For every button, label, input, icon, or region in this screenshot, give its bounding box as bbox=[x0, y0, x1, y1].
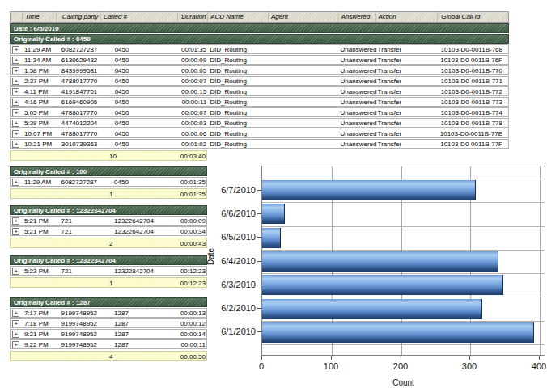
header-cell-called[interactable]: Called # bbox=[100, 12, 178, 22]
summary-spacer bbox=[11, 189, 22, 198]
table-row: +9:22 PM9199748952128700:00:11 bbox=[10, 339, 207, 349]
cell-called: 0450 bbox=[100, 140, 178, 148]
group-table: Originally Called # : 12322842704+5:23 P… bbox=[10, 255, 207, 288]
header-cell-calling[interactable]: Calling party # bbox=[56, 12, 100, 22]
cell-duration: 00:00:11 bbox=[177, 98, 207, 106]
table-row: +4:11 PM4191847701045000:00:15DID_Routin… bbox=[10, 86, 509, 96]
cell-calling: 9199748952 bbox=[56, 309, 100, 317]
group-table: Originally Called # : 1287+7:17 PM919974… bbox=[10, 297, 207, 361]
header-cell-acd[interactable]: ACD Name bbox=[207, 12, 268, 22]
cell-duration: 00:00:03 bbox=[177, 119, 207, 127]
chart-x-tick bbox=[401, 356, 401, 360]
chart-hgridline bbox=[262, 273, 545, 274]
cell-calling: 721 bbox=[56, 227, 100, 235]
cell-answered: Unanswered bbox=[338, 98, 375, 106]
cell-time: 2:37 PM bbox=[22, 77, 56, 85]
table-row: +5:23 PM7211232284270400:12:23 bbox=[10, 266, 207, 276]
group-header: Originally Called # : 12322642704 bbox=[10, 205, 207, 215]
cell-agent bbox=[268, 119, 338, 127]
expand-row-button[interactable]: + bbox=[12, 310, 19, 317]
expand-row-button[interactable]: + bbox=[12, 88, 19, 95]
cell-acd: DID_Routing bbox=[207, 119, 268, 127]
expand-cell: + bbox=[11, 217, 22, 225]
cell-called: 0450 bbox=[100, 129, 178, 137]
chart-x-tick-label: 100 bbox=[315, 361, 347, 371]
group-summary-row: 100:01:35 bbox=[10, 188, 207, 199]
cell-time: 5:21 PM bbox=[22, 227, 56, 235]
expand-row-button[interactable]: + bbox=[12, 78, 19, 85]
group-summary-row: 400:00:50 bbox=[10, 351, 207, 361]
cell-gcid: 10103-D0-0011B-770 bbox=[437, 66, 508, 74]
cell-calling: 8439999581 bbox=[56, 66, 100, 74]
expand-cell: + bbox=[11, 227, 22, 235]
summary-count: 2 bbox=[100, 238, 176, 247]
chart-hgridline bbox=[262, 250, 545, 251]
cell-called: 12322642704 bbox=[100, 227, 176, 235]
summary-count: 1 bbox=[100, 278, 176, 287]
expand-row-button[interactable]: + bbox=[12, 99, 19, 106]
expand-row-button[interactable]: + bbox=[12, 130, 19, 137]
summary-total-duration: 00:03:40 bbox=[176, 151, 206, 160]
main-call-table: TimeCalling party #Called #DurationACD N… bbox=[10, 11, 509, 161]
expand-row-button[interactable]: + bbox=[12, 179, 19, 186]
cell-acd: DID_Routing bbox=[207, 129, 268, 137]
cell-gcid: 10103-D0-0011B-768 bbox=[437, 45, 508, 53]
cell-calling: 9199748952 bbox=[56, 330, 100, 338]
chart-bar bbox=[262, 299, 482, 319]
cell-action: Transfer bbox=[375, 140, 438, 148]
expand-row-button[interactable]: + bbox=[12, 320, 19, 327]
header-cell-gcid[interactable]: Global Call Id bbox=[437, 12, 508, 22]
cell-duration: 00:00:07 bbox=[177, 108, 207, 116]
expand-cell: + bbox=[11, 87, 22, 95]
chart-hgridline bbox=[262, 297, 545, 297]
chart-x-tick bbox=[539, 356, 540, 360]
cell-duration: 00:00:07 bbox=[177, 77, 207, 85]
expand-row-button[interactable]: + bbox=[12, 46, 19, 53]
expand-cell: + bbox=[11, 330, 22, 338]
cell-calling: 4474012204 bbox=[56, 119, 100, 127]
header-cell-duration[interactable]: Duration bbox=[177, 12, 207, 22]
cell-gcid: 10103-D0-0011B-778 bbox=[437, 119, 508, 127]
cell-acd: DID_Routing bbox=[207, 87, 268, 95]
summary-spacer bbox=[56, 238, 100, 247]
cell-called: 0450 bbox=[100, 45, 178, 53]
expand-cell: + bbox=[11, 77, 22, 85]
header-cell-agent[interactable]: Agent bbox=[268, 12, 338, 22]
cell-calling: 4788017770 bbox=[56, 129, 100, 137]
expand-row-button[interactable]: + bbox=[12, 109, 19, 116]
expand-row-button[interactable]: + bbox=[12, 120, 19, 127]
cell-acd: DID_Routing bbox=[207, 45, 268, 53]
expand-cell: + bbox=[11, 108, 22, 116]
chart-bar bbox=[262, 251, 498, 272]
expand-row-button[interactable]: + bbox=[12, 341, 19, 348]
chart-hgridline bbox=[262, 179, 545, 179]
cell-action: Transfer bbox=[375, 98, 438, 106]
expand-cell: + bbox=[11, 267, 22, 275]
expand-row-button[interactable]: + bbox=[12, 217, 19, 225]
expand-row-button[interactable]: + bbox=[12, 228, 19, 235]
expand-cell: + bbox=[11, 129, 22, 137]
chart-category-label: 6/2/2010 bbox=[194, 303, 256, 313]
chart-category-label: 6/6/2010 bbox=[194, 209, 256, 218]
expand-row-button[interactable]: + bbox=[12, 67, 19, 74]
table-row: +10:21 PM3010739363045000:01:02DID_Routi… bbox=[10, 139, 509, 149]
chart-hgridline bbox=[262, 344, 545, 345]
header-cell-answered[interactable]: Answered bbox=[338, 12, 375, 22]
expand-row-button[interactable]: + bbox=[12, 268, 19, 275]
chart-bar bbox=[262, 275, 503, 295]
table-row: +5:21 PM7211232264270400:00:09 bbox=[10, 216, 207, 226]
cell-time: 9:21 PM bbox=[22, 330, 56, 338]
expand-row-button[interactable]: + bbox=[12, 57, 19, 64]
chart-y-tick bbox=[257, 237, 261, 238]
expand-row-button[interactable]: + bbox=[12, 331, 19, 338]
header-cell-action[interactable]: Action bbox=[375, 12, 438, 22]
table-row: +5:21 PM7211232264270400:00:34 bbox=[10, 226, 207, 236]
cell-calling: 9199748952 bbox=[56, 319, 100, 327]
expand-row-button[interactable]: + bbox=[12, 141, 19, 148]
cell-time: 10:07 PM bbox=[22, 129, 56, 137]
cell-time: 5:23 PM bbox=[22, 267, 56, 275]
cell-action: Transfer bbox=[375, 108, 438, 116]
summary-spacer bbox=[22, 278, 56, 287]
cell-time: 7:17 PM bbox=[22, 309, 56, 317]
header-cell-time[interactable]: Time bbox=[22, 12, 56, 22]
